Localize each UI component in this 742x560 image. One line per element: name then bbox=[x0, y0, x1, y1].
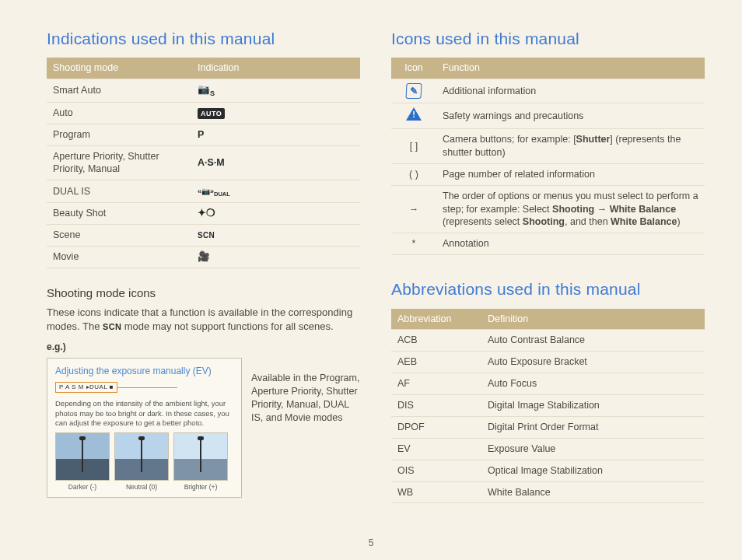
mode-label: DUAL IS bbox=[47, 180, 191, 203]
modes-strip: P A S M ▸DUAL ■ bbox=[55, 382, 117, 394]
eg-label: e.g.) bbox=[47, 341, 360, 353]
heading-icons: Icons used in this manual bbox=[391, 28, 705, 50]
function-text: Annotation bbox=[436, 233, 705, 255]
abbr-label: OIS bbox=[391, 460, 481, 481]
table-row: OISOptical Image Stabilization bbox=[391, 460, 705, 481]
abbr-definition: Digital Image Stabilization bbox=[481, 395, 705, 417]
table-row: Auto AUTO bbox=[47, 102, 360, 124]
function-text: Page number of related information bbox=[436, 163, 705, 185]
table-row: Beauty Shot ✦❍ bbox=[47, 203, 360, 225]
dual-is-icon: «📷»DUAL bbox=[191, 180, 360, 203]
abbr-label: EV bbox=[391, 438, 481, 460]
th-function: Function bbox=[436, 58, 705, 79]
table-row: Movie 🎥 bbox=[47, 247, 360, 268]
th-indication: Indication bbox=[191, 58, 360, 79]
info-icon: ✎ bbox=[391, 79, 436, 103]
abbr-definition: Optical Image Stabilization bbox=[481, 460, 705, 481]
asm-icon: A·S·M bbox=[191, 145, 360, 180]
sub-text: These icons indicate that a function is … bbox=[47, 306, 360, 333]
brackets-icon: [ ] bbox=[391, 129, 436, 164]
table-row: [ ] Camera buttons; for example: [Shutte… bbox=[391, 129, 705, 164]
arrow-icon: → bbox=[391, 185, 436, 233]
table-row: DPOFDigital Print Order Format bbox=[391, 416, 705, 438]
inline-scn-icon: SCN bbox=[103, 322, 121, 331]
th-shooting-mode: Shooting mode bbox=[47, 58, 191, 79]
heading-indications: Indications used in this manual bbox=[47, 28, 360, 50]
abbr-label: AEB bbox=[391, 352, 481, 373]
scene-icon: SCN bbox=[191, 225, 360, 247]
example-callout: Adjusting the exposure manually (EV) P A… bbox=[47, 358, 242, 497]
abbr-definition: Exposure Value bbox=[481, 438, 705, 460]
table-row: WBWhite Balance bbox=[391, 481, 705, 503]
movie-icon: 🎥 bbox=[191, 247, 360, 268]
example-row: Adjusting the exposure manually (EV) P A… bbox=[47, 358, 360, 497]
abbr-label: DIS bbox=[391, 395, 481, 417]
mode-label: Program bbox=[47, 124, 191, 145]
icons-section: Icons used in this manual Icon Function … bbox=[391, 28, 705, 255]
page-number: 5 bbox=[0, 537, 742, 549]
parens-icon: ( ) bbox=[391, 163, 436, 185]
abbreviations-section: Abbreviations used in this manual Abbrev… bbox=[391, 278, 705, 503]
example-note: Available in the Program, Aperture Prior… bbox=[251, 372, 360, 425]
mode-label: Smart Auto bbox=[47, 79, 191, 103]
function-text: Camera buttons; for example: [Shutter] (… bbox=[436, 129, 705, 164]
table-row: DISDigital Image Stabilization bbox=[391, 395, 705, 417]
table-row: AEBAuto Exposure Bracket bbox=[391, 352, 705, 373]
abbr-label: DPOF bbox=[391, 416, 481, 438]
table-row: Safety warnings and precautions bbox=[391, 103, 705, 129]
abbr-definition: Auto Focus bbox=[481, 373, 705, 395]
abbr-label: ACB bbox=[391, 330, 481, 352]
sub-heading: Shooting mode icons bbox=[47, 285, 360, 301]
thumb-brighter: Brighter (+) bbox=[173, 432, 228, 492]
mode-label: Auto bbox=[47, 102, 191, 124]
table-row: AFAuto Focus bbox=[391, 373, 705, 395]
heading-abbreviations: Abbreviations used in this manual bbox=[391, 278, 705, 300]
function-text: Additional information bbox=[436, 79, 705, 103]
table-row: DUAL IS «📷»DUAL bbox=[47, 180, 360, 203]
abbr-definition: Auto Exposure Bracket bbox=[481, 352, 705, 373]
shooting-mode-icons-section: Shooting mode icons These icons indicate… bbox=[47, 285, 360, 498]
abbr-definition: Auto Contrast Balance bbox=[481, 330, 705, 352]
thumb-darker: Darker (-) bbox=[55, 432, 110, 492]
icons-table: Icon Function ✎ Additional information S… bbox=[391, 58, 705, 255]
table-row: Smart Auto 📷S bbox=[47, 79, 360, 103]
thumbnail-row: Darker (-) Neutral (0) Brighter (+) bbox=[55, 432, 233, 492]
table-row: Program P bbox=[47, 124, 360, 145]
abbr-label: AF bbox=[391, 373, 481, 395]
table-row: ( ) Page number of related information bbox=[391, 163, 705, 185]
thumb-neutral: Neutral (0) bbox=[114, 432, 169, 492]
function-text: The order of options or menus you must s… bbox=[436, 185, 705, 233]
table-row: → The order of options or menus you must… bbox=[391, 185, 705, 233]
smart-auto-icon: 📷S bbox=[191, 79, 360, 103]
th-definition: Definition bbox=[481, 309, 705, 330]
abbreviations-table: Abbreviation Definition ACBAuto Contrast… bbox=[391, 309, 705, 504]
abbr-definition: Digital Print Order Format bbox=[481, 416, 705, 438]
left-column: Indications used in this manual Shooting… bbox=[47, 28, 360, 527]
table-row: EVExposure Value bbox=[391, 438, 705, 460]
abbr-label: WB bbox=[391, 481, 481, 503]
table-row: ACBAuto Contrast Balance bbox=[391, 330, 705, 352]
page: Indications used in this manual Shooting… bbox=[0, 0, 742, 527]
callout-title: Adjusting the exposure manually (EV) bbox=[55, 365, 233, 377]
indications-table: Shooting mode Indication Smart Auto 📷S A… bbox=[47, 58, 360, 268]
warning-icon bbox=[391, 103, 436, 129]
table-row: Scene SCN bbox=[47, 225, 360, 247]
abbr-definition: White Balance bbox=[481, 481, 705, 503]
mode-label: Beauty Shot bbox=[47, 203, 191, 225]
mode-label: Aperture Priority, Shutter Priority, Man… bbox=[47, 145, 191, 180]
table-row: ✎ Additional information bbox=[391, 79, 705, 103]
right-column: Icons used in this manual Icon Function … bbox=[391, 28, 705, 527]
asterisk-icon: * bbox=[391, 233, 436, 255]
program-icon: P bbox=[191, 124, 360, 145]
auto-badge-icon: AUTO bbox=[191, 102, 360, 124]
table-row: Aperture Priority, Shutter Priority, Man… bbox=[47, 145, 360, 180]
th-icon: Icon bbox=[391, 58, 436, 79]
beauty-shot-icon: ✦❍ bbox=[191, 203, 360, 225]
callout-body: Depending on the intensity of the ambien… bbox=[55, 399, 233, 428]
th-abbreviation: Abbreviation bbox=[391, 309, 481, 330]
mode-label: Movie bbox=[47, 247, 191, 268]
function-text: Safety warnings and precautions bbox=[436, 103, 705, 129]
table-row: * Annotation bbox=[391, 233, 705, 255]
mode-label: Scene bbox=[47, 225, 191, 247]
